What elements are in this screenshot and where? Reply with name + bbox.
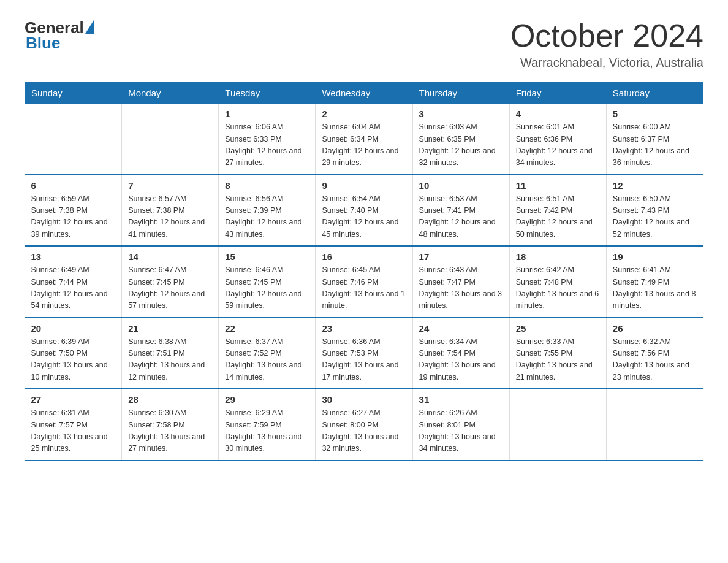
calendar-cell: 25Sunrise: 6:33 AM Sunset: 7:55 PM Dayli… <box>509 318 606 389</box>
day-info: Sunrise: 6:03 AM Sunset: 6:35 PM Dayligh… <box>419 121 503 169</box>
day-info: Sunrise: 6:45 AM Sunset: 7:46 PM Dayligh… <box>322 264 406 312</box>
day-number: 26 <box>613 323 697 334</box>
calendar-cell: 14Sunrise: 6:47 AM Sunset: 7:45 PM Dayli… <box>122 246 219 318</box>
day-info: Sunrise: 6:56 AM Sunset: 7:39 PM Dayligh… <box>225 193 309 241</box>
calendar-cell <box>509 389 606 461</box>
calendar-cell: 26Sunrise: 6:32 AM Sunset: 7:56 PM Dayli… <box>606 318 703 389</box>
day-number: 3 <box>419 109 503 119</box>
day-number: 7 <box>128 180 212 191</box>
day-number: 9 <box>322 180 406 191</box>
day-number: 16 <box>322 251 406 262</box>
day-number: 25 <box>516 323 600 334</box>
calendar-table: SundayMondayTuesdayWednesdayThursdayFrid… <box>25 82 703 461</box>
day-info: Sunrise: 6:30 AM Sunset: 7:58 PM Dayligh… <box>128 407 212 455</box>
week-row-1: 1Sunrise: 6:06 AM Sunset: 6:33 PM Daylig… <box>25 104 703 175</box>
day-number: 19 <box>613 251 697 262</box>
logo-triangle-icon <box>85 20 94 34</box>
calendar-header: SundayMondayTuesdayWednesdayThursdayFrid… <box>25 83 703 104</box>
day-info: Sunrise: 6:06 AM Sunset: 6:33 PM Dayligh… <box>225 121 309 169</box>
week-row-5: 27Sunrise: 6:31 AM Sunset: 7:57 PM Dayli… <box>25 389 703 461</box>
calendar-cell: 29Sunrise: 6:29 AM Sunset: 7:59 PM Dayli… <box>219 389 316 461</box>
day-number: 22 <box>225 323 309 334</box>
days-of-week-row: SundayMondayTuesdayWednesdayThursdayFrid… <box>25 83 703 104</box>
day-info: Sunrise: 6:41 AM Sunset: 7:49 PM Dayligh… <box>613 264 697 312</box>
day-info: Sunrise: 6:53 AM Sunset: 7:41 PM Dayligh… <box>419 193 503 241</box>
day-info: Sunrise: 6:26 AM Sunset: 8:01 PM Dayligh… <box>419 407 503 455</box>
weekday-header-tuesday: Tuesday <box>219 83 316 104</box>
day-number: 27 <box>31 394 116 405</box>
day-info: Sunrise: 6:31 AM Sunset: 7:57 PM Dayligh… <box>31 407 116 455</box>
day-number: 30 <box>322 394 406 405</box>
weekday-header-monday: Monday <box>122 83 219 104</box>
week-row-4: 20Sunrise: 6:39 AM Sunset: 7:50 PM Dayli… <box>25 318 703 389</box>
day-number: 14 <box>128 251 212 262</box>
calendar-cell <box>606 389 703 461</box>
day-number: 23 <box>322 323 406 334</box>
day-number: 12 <box>613 180 697 191</box>
calendar-cell: 30Sunrise: 6:27 AM Sunset: 8:00 PM Dayli… <box>316 389 412 461</box>
calendar-cell: 6Sunrise: 6:59 AM Sunset: 7:38 PM Daylig… <box>25 175 122 247</box>
calendar-cell: 19Sunrise: 6:41 AM Sunset: 7:49 PM Dayli… <box>606 246 703 318</box>
day-number: 21 <box>128 323 212 334</box>
day-info: Sunrise: 6:43 AM Sunset: 7:47 PM Dayligh… <box>419 264 503 312</box>
day-info: Sunrise: 6:00 AM Sunset: 6:37 PM Dayligh… <box>613 121 697 169</box>
day-info: Sunrise: 6:39 AM Sunset: 7:50 PM Dayligh… <box>31 336 116 384</box>
day-info: Sunrise: 6:27 AM Sunset: 8:00 PM Dayligh… <box>322 407 406 455</box>
calendar-body: 1Sunrise: 6:06 AM Sunset: 6:33 PM Daylig… <box>25 104 703 461</box>
title-area: October 2024 Warracknabeal, Victoria, Au… <box>510 18 703 70</box>
day-number: 1 <box>225 109 309 119</box>
weekday-header-wednesday: Wednesday <box>316 83 412 104</box>
day-info: Sunrise: 6:50 AM Sunset: 7:43 PM Dayligh… <box>613 193 697 241</box>
day-info: Sunrise: 6:57 AM Sunset: 7:38 PM Dayligh… <box>128 193 212 241</box>
day-number: 5 <box>613 109 697 119</box>
day-info: Sunrise: 6:59 AM Sunset: 7:38 PM Dayligh… <box>31 193 116 241</box>
day-info: Sunrise: 6:46 AM Sunset: 7:45 PM Dayligh… <box>225 264 309 312</box>
week-row-2: 6Sunrise: 6:59 AM Sunset: 7:38 PM Daylig… <box>25 175 703 247</box>
day-info: Sunrise: 6:36 AM Sunset: 7:53 PM Dayligh… <box>322 336 406 384</box>
weekday-header-sunday: Sunday <box>25 83 122 104</box>
calendar-cell: 17Sunrise: 6:43 AM Sunset: 7:47 PM Dayli… <box>412 246 509 318</box>
weekday-header-thursday: Thursday <box>412 83 509 104</box>
calendar-cell: 15Sunrise: 6:46 AM Sunset: 7:45 PM Dayli… <box>219 246 316 318</box>
calendar-cell: 18Sunrise: 6:42 AM Sunset: 7:48 PM Dayli… <box>509 246 606 318</box>
day-number: 18 <box>516 251 600 262</box>
calendar-cell: 16Sunrise: 6:45 AM Sunset: 7:46 PM Dayli… <box>316 246 412 318</box>
calendar-cell: 12Sunrise: 6:50 AM Sunset: 7:43 PM Dayli… <box>606 175 703 247</box>
calendar-cell: 5Sunrise: 6:00 AM Sunset: 6:37 PM Daylig… <box>606 104 703 175</box>
calendar-cell: 4Sunrise: 6:01 AM Sunset: 6:36 PM Daylig… <box>509 104 606 175</box>
day-info: Sunrise: 6:01 AM Sunset: 6:36 PM Dayligh… <box>516 121 600 169</box>
calendar-cell: 10Sunrise: 6:53 AM Sunset: 7:41 PM Dayli… <box>412 175 509 247</box>
day-number: 10 <box>419 180 503 191</box>
day-info: Sunrise: 6:42 AM Sunset: 7:48 PM Dayligh… <box>516 264 600 312</box>
day-info: Sunrise: 6:29 AM Sunset: 7:59 PM Dayligh… <box>225 407 309 455</box>
calendar-cell: 13Sunrise: 6:49 AM Sunset: 7:44 PM Dayli… <box>25 246 122 318</box>
day-info: Sunrise: 6:04 AM Sunset: 6:34 PM Dayligh… <box>322 121 406 169</box>
calendar-cell: 23Sunrise: 6:36 AM Sunset: 7:53 PM Dayli… <box>316 318 412 389</box>
weekday-header-friday: Friday <box>509 83 606 104</box>
calendar-cell: 3Sunrise: 6:03 AM Sunset: 6:35 PM Daylig… <box>412 104 509 175</box>
day-info: Sunrise: 6:51 AM Sunset: 7:42 PM Dayligh… <box>516 193 600 241</box>
logo-blue: Blue <box>26 34 60 53</box>
calendar-cell: 20Sunrise: 6:39 AM Sunset: 7:50 PM Dayli… <box>25 318 122 389</box>
calendar-cell: 24Sunrise: 6:34 AM Sunset: 7:54 PM Dayli… <box>412 318 509 389</box>
location: Warracknabeal, Victoria, Australia <box>510 56 703 70</box>
day-number: 6 <box>31 180 116 191</box>
day-number: 29 <box>225 394 309 405</box>
day-info: Sunrise: 6:32 AM Sunset: 7:56 PM Dayligh… <box>613 336 697 384</box>
calendar-cell <box>25 104 122 175</box>
day-number: 15 <box>225 251 309 262</box>
calendar-cell <box>122 104 219 175</box>
day-number: 28 <box>128 394 212 405</box>
calendar-cell: 11Sunrise: 6:51 AM Sunset: 7:42 PM Dayli… <box>509 175 606 247</box>
day-info: Sunrise: 6:33 AM Sunset: 7:55 PM Dayligh… <box>516 336 600 384</box>
day-number: 11 <box>516 180 600 191</box>
day-info: Sunrise: 6:37 AM Sunset: 7:52 PM Dayligh… <box>225 336 309 384</box>
day-number: 31 <box>419 394 503 405</box>
week-row-3: 13Sunrise: 6:49 AM Sunset: 7:44 PM Dayli… <box>25 246 703 318</box>
day-number: 4 <box>516 109 600 119</box>
day-info: Sunrise: 6:47 AM Sunset: 7:45 PM Dayligh… <box>128 264 212 312</box>
calendar-cell: 21Sunrise: 6:38 AM Sunset: 7:51 PM Dayli… <box>122 318 219 389</box>
day-number: 13 <box>31 251 116 262</box>
day-info: Sunrise: 6:49 AM Sunset: 7:44 PM Dayligh… <box>31 264 116 312</box>
day-number: 8 <box>225 180 309 191</box>
